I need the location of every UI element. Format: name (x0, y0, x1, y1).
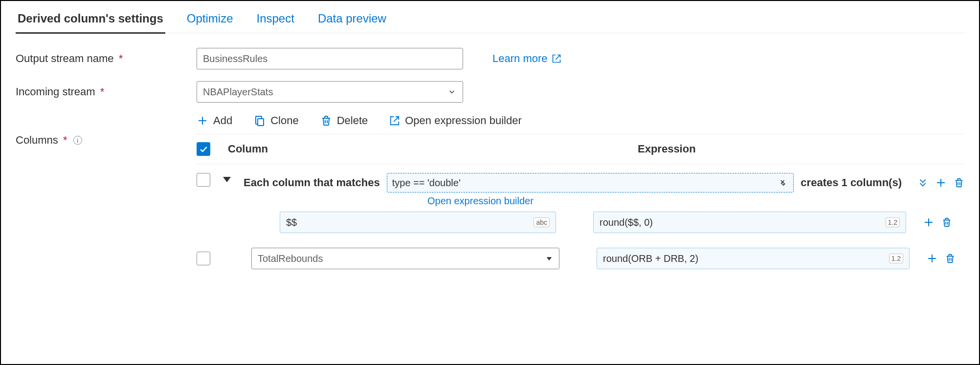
trash-icon (320, 115, 332, 127)
columns-label-text: Columns (16, 134, 58, 146)
columns-toolbar: Add Clone Delete Open expression builder (197, 114, 964, 127)
row-checkbox[interactable] (197, 173, 210, 187)
incoming-stream-select[interactable] (197, 81, 463, 103)
tab-settings[interactable]: Derived column's settings (16, 7, 165, 34)
chevron-double-down-icon[interactable] (917, 177, 928, 188)
pattern-name-text: $$ (286, 217, 297, 228)
pattern-condition-text: type == 'double' (392, 177, 461, 189)
delete-label: Delete (337, 114, 368, 127)
output-stream-label: Output stream name * (16, 52, 197, 65)
expand-icon (779, 178, 788, 188)
column-name-select[interactable]: TotalRebounds (251, 248, 559, 269)
pattern-value-input[interactable]: round($$, 0) 1.2 (593, 212, 906, 233)
pattern-name-input[interactable]: $$ abc (280, 212, 556, 233)
trash-icon[interactable] (941, 217, 952, 228)
pattern-subrow: $$ abc round($$, 0) 1.2 (197, 207, 964, 233)
svg-rect-2 (258, 119, 264, 126)
type-badge-number: 1.2 (886, 217, 900, 227)
tab-optimize[interactable]: Optimize (185, 7, 235, 33)
info-icon[interactable]: i (73, 136, 82, 145)
open-builder-label: Open expression builder (405, 114, 521, 127)
pattern-content: Each column that matches type == 'double… (244, 173, 964, 207)
add-button[interactable]: Add (197, 114, 232, 127)
type-badge-number: 1.2 (889, 254, 903, 263)
row-checkbox[interactable] (197, 252, 210, 265)
learn-more-link[interactable]: Learn more (492, 52, 561, 65)
plus-icon[interactable] (926, 253, 938, 264)
form-area: Output stream name * Learn more Incoming… (16, 33, 964, 269)
grid-header: Column Expression (197, 134, 964, 164)
incoming-stream-value[interactable] (197, 81, 463, 103)
select-all-checkbox[interactable] (197, 142, 210, 156)
pattern-row-actions (917, 177, 964, 189)
expression-input[interactable]: round(ORB + DRB, 2) 1.2 (597, 248, 910, 269)
open-expression-builder-button[interactable]: Open expression builder (389, 114, 521, 127)
pattern-row: Each column that matches type == 'double… (197, 164, 964, 207)
columns-grid: Column Expression Each column that match… (197, 134, 964, 269)
open-expression-builder-link[interactable]: Open expression builder (427, 195, 964, 207)
check-icon (199, 144, 208, 154)
required-asterisk: * (119, 52, 123, 64)
trash-icon[interactable] (945, 253, 956, 264)
plus-icon (197, 115, 208, 127)
required-asterisk: * (63, 134, 67, 146)
tab-inspect[interactable]: Inspect (254, 7, 296, 33)
external-link-icon (389, 115, 400, 126)
clone-button[interactable]: Clone (254, 114, 298, 127)
trash-icon[interactable] (954, 177, 964, 188)
plus-icon[interactable] (935, 177, 947, 189)
tab-data-preview[interactable]: Data preview (316, 7, 388, 33)
copy-icon (254, 115, 266, 127)
collapse-icon[interactable] (223, 177, 231, 182)
external-link-icon (552, 54, 561, 64)
tab-bar: Derived column's settings Optimize Inspe… (16, 1, 964, 33)
type-badge-abc: abc (534, 217, 550, 227)
incoming-stream-label: Incoming stream * (16, 86, 197, 98)
required-asterisk: * (100, 86, 105, 98)
column-row: TotalRebounds round(ORB + DRB, 2) 1.2 (197, 233, 964, 269)
add-label: Add (213, 114, 232, 127)
header-expression: Expression (638, 143, 874, 155)
caret-down-icon (545, 255, 553, 262)
settings-panel: Derived column's settings Optimize Inspe… (0, 0, 980, 365)
delete-button[interactable]: Delete (320, 114, 368, 127)
header-column: Column (228, 143, 465, 155)
output-stream-input[interactable] (197, 48, 463, 69)
pattern-suffix: creates 1 column(s) (801, 176, 902, 189)
row-output-stream: Output stream name * Learn more (16, 48, 964, 69)
row-actions (926, 253, 956, 264)
pattern-condition-input[interactable]: type == 'double' (387, 173, 794, 193)
columns-section: Columns * i Add Clone Delete (16, 114, 964, 269)
svg-marker-9 (547, 257, 552, 260)
output-stream-label-text: Output stream name (16, 52, 114, 64)
column-name-text: TotalRebounds (258, 253, 323, 264)
row-incoming-stream: Incoming stream * (16, 81, 964, 103)
incoming-stream-label-text: Incoming stream (16, 86, 95, 98)
learn-more-text: Learn more (492, 52, 548, 65)
pattern-value-text: round($$, 0) (600, 217, 653, 228)
expression-text: round(ORB + DRB, 2) (603, 253, 698, 264)
pattern-prefix: Each column that matches (244, 176, 380, 189)
clone-label: Clone (270, 114, 298, 127)
columns-label: Columns * i (16, 134, 82, 147)
plus-icon[interactable] (923, 216, 935, 228)
subrow-actions (923, 216, 952, 228)
